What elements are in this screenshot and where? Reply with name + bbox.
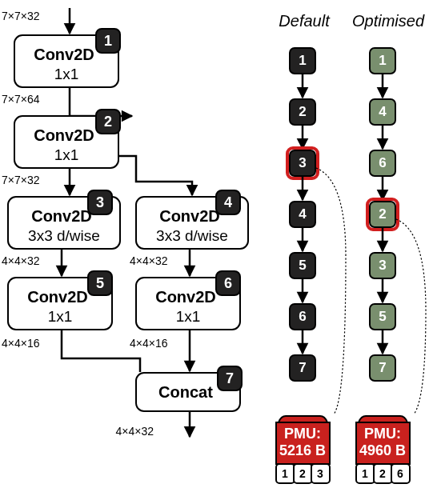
op-5: 5 Conv2D 1x1 [8,271,112,330]
svg-text:3: 3 [317,467,323,480]
shape-4: 4×4×32 [130,254,168,267]
svg-text:2: 2 [379,467,386,480]
default-chain: 1234567 [287,48,318,381]
svg-text:Conv2D: Conv2D [159,207,220,225]
shape-7: 4×4×32 [116,425,154,438]
svg-text:7: 7 [299,360,306,375]
svg-text:5216 B: 5216 B [279,442,326,458]
svg-text:2: 2 [104,114,112,130]
svg-text:Conv2D: Conv2D [155,288,216,306]
svg-text:Optimised: Optimised [352,12,425,30]
default-column: Default 1234567 PMU: 5216 B 1 2 3 [276,12,346,483]
shape-2: 7×7×32 [2,174,40,186]
op-3: 3 Conv2D 3x3 d/wise [8,190,120,249]
svg-text:1: 1 [362,467,368,480]
optimised-chain: 1462357 [367,48,398,381]
input-shape: 7×7×32 [2,10,40,22]
svg-text:4: 4 [299,206,307,222]
default-tensors: 1 2 3 [276,464,330,483]
svg-text:5: 5 [379,309,386,324]
svg-text:1: 1 [379,53,386,68]
svg-text:4960 B: 4960 B [359,442,406,458]
svg-text:1: 1 [104,33,112,49]
shape-6: 4×4×16 [130,337,168,350]
svg-text:6: 6 [397,467,403,480]
op-4: 4 Conv2D 3x3 d/wise [136,190,248,249]
svg-text:Conv2D: Conv2D [31,207,92,225]
svg-text:Conv2D: Conv2D [34,46,94,63]
default-pmu: PMU: 5216 B 1 2 3 [276,416,330,483]
svg-text:5: 5 [299,258,306,273]
optimised-tensors: 1 2 6 [356,464,410,483]
svg-text:6: 6 [299,309,306,324]
op-2: 2 Conv2D 1x1 [14,110,120,168]
compute-graph: 7×7×32 1 Conv2D 1x1 7×7×64 2 Conv2D 1x1 … [2,8,248,438]
svg-text:4: 4 [224,194,232,210]
svg-text:3x3 d/wise: 3x3 d/wise [28,227,100,244]
svg-text:Conv2D: Conv2D [34,126,94,144]
svg-text:1x1: 1x1 [176,308,201,325]
svg-text:PMU:: PMU: [364,426,401,442]
svg-text:Conv2D: Conv2D [27,288,88,306]
svg-text:1: 1 [299,53,306,68]
op-6: 6 Conv2D 1x1 [136,271,240,330]
svg-text:6: 6 [379,155,386,170]
svg-text:3: 3 [379,258,386,273]
svg-text:PMU:: PMU: [284,426,321,442]
diagram-root: 7×7×32 1 Conv2D 1x1 7×7×64 2 Conv2D 1x1 … [0,0,429,504]
svg-text:1x1: 1x1 [54,66,79,82]
svg-text:3x3 d/wise: 3x3 d/wise [156,227,228,244]
svg-text:1x1: 1x1 [54,146,79,163]
svg-text:Default: Default [279,12,331,30]
svg-text:2: 2 [299,104,306,119]
svg-text:1x1: 1x1 [48,308,73,325]
optimised-pmu: PMU: 4960 B 1 2 6 [356,416,410,483]
op-7: 7 Concat [136,366,242,411]
svg-text:2: 2 [299,467,306,480]
svg-text:2: 2 [379,206,386,222]
svg-text:Concat: Concat [158,383,213,401]
shape-3: 4×4×32 [2,254,40,267]
svg-text:1: 1 [282,467,288,480]
shape-5: 4×4×16 [2,337,40,350]
shape-1: 7×7×64 [2,93,40,106]
svg-text:3: 3 [299,155,306,170]
svg-text:6: 6 [224,275,232,291]
svg-text:3: 3 [96,194,104,210]
op-1: 1 Conv2D 1x1 [14,29,120,87]
optimised-column: Optimised 1462357 PMU: 4960 B 1 2 6 [352,12,426,483]
svg-text:7: 7 [226,370,234,386]
svg-text:5: 5 [96,275,104,291]
svg-text:4: 4 [379,104,387,119]
svg-text:7: 7 [379,360,386,375]
